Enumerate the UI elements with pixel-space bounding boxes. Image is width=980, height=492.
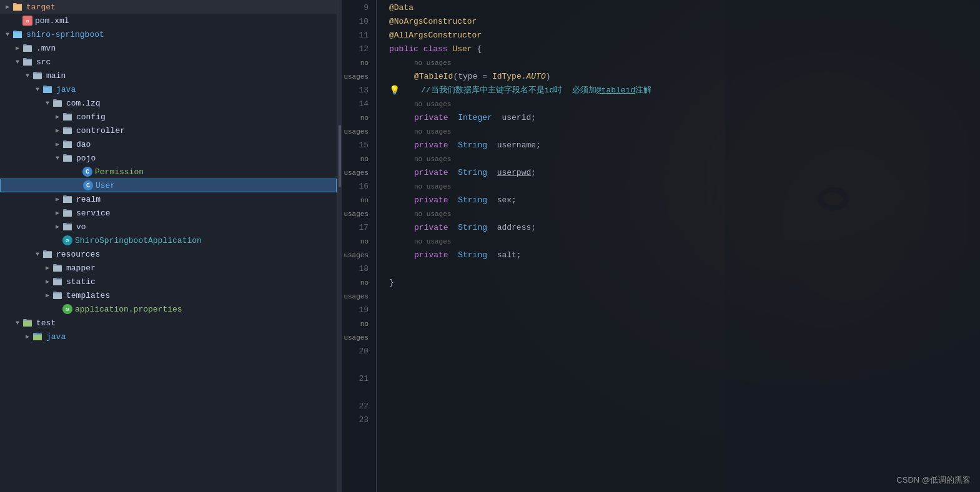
sidebar-item-static[interactable]: ▶ static (0, 275, 337, 288)
code-line-12: public class User { (389, 42, 980, 56)
code-lines: @Data @NoArgsConstructor @AllArgsConstru… (377, 0, 980, 492)
xml-icon: m (22, 16, 32, 26)
expand-arrow: ▶ (2, 3, 12, 11)
folder-icon (62, 208, 74, 218)
code-line-hint-17: no usages (389, 152, 980, 166)
folder-icon (52, 290, 64, 300)
sidebar-item-label: realm (76, 195, 101, 204)
folder-icon (62, 125, 74, 135)
sidebar-item-label: pojo (76, 154, 96, 163)
expand-arrow: ▶ (42, 278, 52, 285)
expand-arrow: ▶ (22, 333, 32, 340)
sidebar-item-app-props[interactable]: ⚙ application.properties (0, 302, 337, 316)
sidebar-item-label: ShiroSpringbootApplication (75, 236, 202, 245)
sidebar-item-pom-xml[interactable]: m pom.xml (0, 14, 337, 27)
code-line-hint-18: no usages (389, 180, 980, 194)
sidebar-item-label: Permission (95, 167, 144, 177)
line-numbers: 9 10 11 12 no usages 13 14 no usages 15 … (342, 0, 377, 492)
sidebar-item-label: resources (56, 250, 100, 259)
sidebar-item-label: target (26, 2, 56, 12)
folder-icon (32, 71, 44, 81)
folder-icon (42, 84, 54, 94)
sidebar-item-label: static (66, 277, 96, 287)
code-line-hint-15: no usages (389, 97, 980, 111)
sidebar-item-label: service (76, 209, 111, 218)
sidebar-item-templates[interactable]: ▶ templates (0, 288, 337, 302)
folder-icon (62, 112, 74, 122)
expand-arrow: ▶ (52, 195, 62, 203)
code-line-11: @AllArgsConstructor (389, 29, 980, 42)
sidebar-item-mapper[interactable]: ▶ mapper (0, 261, 337, 275)
sidebar-item-label: mapper (66, 263, 96, 273)
code-line-17: private String userpwd; (389, 166, 980, 180)
sidebar-item-test[interactable]: ▼ test (0, 316, 337, 330)
sidebar-item-label: java (56, 85, 76, 94)
class-special-icon: ⚙ (62, 235, 72, 245)
expand-arrow: ▼ (42, 100, 52, 107)
sidebar-item-label: com.lzq (66, 99, 101, 108)
sidebar-item-mvn[interactable]: ▶ .mvn (0, 41, 337, 55)
sidebar-item-java[interactable]: ▼ java (0, 82, 337, 96)
sidebar-item-label: User (96, 181, 115, 190)
code-line-19: private String address; (389, 221, 980, 235)
sidebar-item-user[interactable]: C User (0, 179, 337, 192)
folder-icon (62, 139, 74, 149)
sidebar-item-realm[interactable]: ▶ realm (0, 192, 337, 206)
sidebar-item-dao[interactable]: ▶ dao (0, 137, 337, 151)
sidebar-item-controller[interactable]: ▶ controller (0, 124, 337, 137)
class-icon: C (83, 180, 93, 190)
sidebar-item-shiro-springboot[interactable]: ▼ shiro-springboot (0, 27, 337, 41)
sidebar-item-label: shiro-springboot (26, 30, 104, 39)
sidebar-item-vo[interactable]: ▶ vo (0, 220, 337, 234)
expand-arrow: ▶ (42, 264, 52, 272)
expand-arrow: ▼ (12, 320, 22, 327)
sidebar-item-src[interactable]: ▼ src (0, 55, 337, 69)
expand-arrow: ▼ (22, 72, 32, 79)
sidebar-item-config[interactable]: ▶ config (0, 110, 337, 124)
sidebar-item-label: pom.xml (35, 16, 69, 26)
folder-icon (12, 2, 24, 12)
code-line-9: @Data (389, 1, 980, 15)
code-line-13: @TableId(type = IdType.AUTO) (389, 70, 980, 84)
sidebar-item-label: main (46, 71, 66, 81)
expand-arrow: ▼ (52, 155, 62, 162)
sidebar-item-label: config (76, 112, 106, 122)
code-line-14: 💡 //当我们数据库中主键字段名不是id时 必须加@tableid注解 (389, 84, 980, 97)
expand-arrow: ▶ (12, 44, 22, 52)
folder-icon (52, 263, 64, 273)
folder-icon (52, 98, 64, 108)
bulb-icon: 💡 (389, 84, 400, 97)
sidebar-item-service[interactable]: ▶ service (0, 206, 337, 220)
sidebar-item-target[interactable]: ▶ target (0, 0, 337, 14)
sidebar-item-shiro-app[interactable]: ⚙ ShiroSpringbootApplication (0, 234, 337, 247)
code-line-21 (389, 262, 980, 276)
folder-icon (22, 318, 34, 328)
sidebar-item-label: application.properties (75, 305, 182, 314)
expand-arrow: ▶ (52, 209, 62, 217)
folder-icon (22, 57, 34, 67)
folder-icon (62, 194, 74, 204)
sidebar-item-permission[interactable]: C Permission (0, 165, 337, 179)
sidebar-item-main[interactable]: ▼ main (0, 69, 337, 82)
code-line-16: private String username; (389, 139, 980, 152)
sidebar-item-label: test (36, 318, 56, 328)
sidebar-item-label: dao (76, 140, 91, 149)
sidebar-item-resources[interactable]: ▼ resources (0, 247, 337, 261)
expand-arrow: ▶ (42, 292, 52, 299)
folder-icon (32, 332, 44, 342)
sidebar-scrollbar[interactable] (337, 0, 342, 492)
code-line-15: private Integer userid; (389, 111, 980, 125)
sidebar-item-com-lzq[interactable]: ▼ com.lzq (0, 96, 337, 110)
props-icon: ⚙ (62, 304, 72, 314)
code-line-10: @NoArgsConstructor (389, 15, 980, 29)
sidebar-item-label: controller (76, 126, 125, 135)
file-tree[interactable]: ▶ target m pom.xml ▼ shiro-springboot ▶ … (0, 0, 337, 492)
expand-arrow: ▼ (2, 31, 12, 38)
sidebar-item-java2[interactable]: ▶ java (0, 330, 337, 343)
sidebar-item-pojo[interactable]: ▼ pojo (0, 151, 337, 165)
sidebar-item-label: templates (66, 291, 110, 300)
folder-icon (62, 153, 74, 163)
expand-arrow: ▶ (52, 223, 62, 230)
code-line-hint-19: no usages (389, 207, 980, 221)
expand-arrow: ▶ (52, 140, 62, 148)
